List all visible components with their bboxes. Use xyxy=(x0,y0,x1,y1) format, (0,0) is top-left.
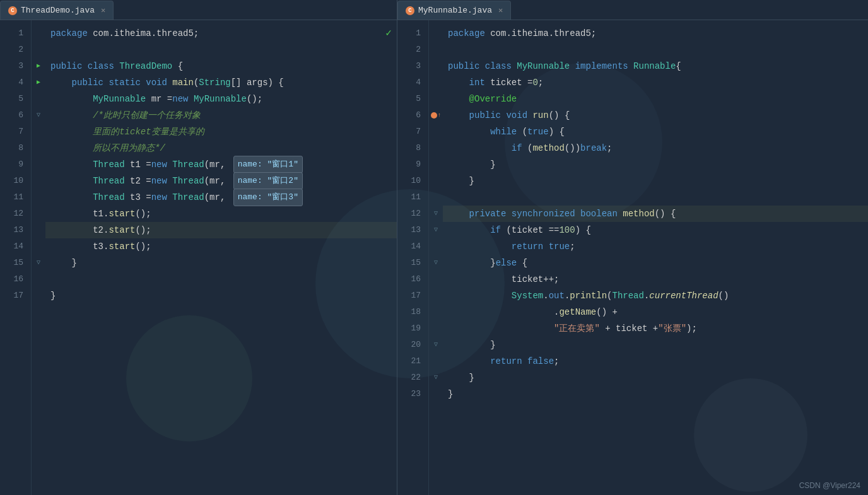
code-line: package com.itheima.thread5; xyxy=(443,25,868,42)
code-line: } xyxy=(45,288,397,304)
code-line: Thread t2 = new Thread(mr, name: "窗口2" xyxy=(45,173,397,189)
param-tooltip-2: name: "窗口2" xyxy=(233,172,303,190)
right-line-numbers: 12345 678910 1112131415 1617181920 21222… xyxy=(397,20,429,495)
code-line: System.out.println(Thread.currentThread(… xyxy=(443,288,868,304)
fold-icon-20[interactable]: ▽ xyxy=(429,337,443,353)
code-line: } xyxy=(443,337,868,353)
code-line xyxy=(443,42,868,58)
code-line: package com.itheima.thread5; ✓ xyxy=(45,25,397,42)
editor-container: C ThreadDemo.java ✕ 12345 678910 1112131… xyxy=(0,0,868,495)
tab-icon-left: C xyxy=(8,6,17,15)
tab-myrunnable[interactable]: C MyRunnable.java ✕ xyxy=(397,1,511,20)
code-line: public class ThreadDemo { xyxy=(45,58,397,74)
code-line: Thread t3 = new Thread(mr, name: "窗口3" xyxy=(45,189,397,206)
watermark: CSDN @Viper224 xyxy=(799,481,860,490)
left-gutter: ▶ ▶ ▽ ▽ xyxy=(32,20,45,495)
fold-icon-6[interactable]: ▽ xyxy=(32,107,45,124)
right-tab-bar: C MyRunnable.java ✕ xyxy=(397,0,868,20)
code-line: ticket++; xyxy=(443,271,868,288)
fold-icon-15[interactable]: ▽ xyxy=(32,255,45,271)
code-line: int ticket = 0; xyxy=(443,74,868,91)
param-tooltip-3: name: "窗口3" xyxy=(233,189,303,206)
code-line xyxy=(45,271,397,288)
code-line: @Override xyxy=(443,91,868,107)
left-tab-bar: C ThreadDemo.java ✕ xyxy=(0,0,397,20)
code-line: Thread t1 = new Thread(mr, name: "窗口1" xyxy=(45,156,397,173)
code-line: .getName() + xyxy=(443,304,868,320)
code-line: public class MyRunnable implements Runna… xyxy=(443,58,868,74)
left-code-lines: 12345 678910 1112131415 1617 ▶ ▶ ▽ xyxy=(0,20,397,495)
code-line: public void run() { xyxy=(443,107,868,124)
code-line: 所以不用为静态*/ xyxy=(45,140,397,156)
code-line: } else { xyxy=(443,255,868,271)
code-line-highlighted-12: private synchronized boolean method() { xyxy=(443,206,868,222)
fold-icon-13[interactable]: ▽ xyxy=(429,222,443,238)
code-line: public static void main(String[] args) { xyxy=(45,74,397,91)
code-line: while (true) { xyxy=(443,124,868,140)
tab-close-left[interactable]: ✕ xyxy=(101,6,105,15)
breakpoint-icon-6[interactable]: ↑ xyxy=(429,107,443,124)
syntax-check-icon: ✓ xyxy=(385,25,392,42)
code-line: MyRunnable mr = new MyRunnable(); xyxy=(45,91,397,107)
param-tooltip-1: name: "窗口1" xyxy=(233,156,303,173)
tab-close-right[interactable]: ✕ xyxy=(498,6,503,15)
code-line: } xyxy=(443,370,868,386)
right-code-lines: 12345 678910 1112131415 1617181920 21222… xyxy=(397,20,868,495)
code-line: } xyxy=(45,255,397,271)
tab-icon-right: C xyxy=(406,6,414,15)
tab-label-left: ThreadDemo.java xyxy=(21,6,95,15)
fold-icon-3[interactable]: ▶ xyxy=(32,58,45,74)
tab-threaddemo[interactable]: C ThreadDemo.java ✕ xyxy=(0,1,114,20)
right-panel: C MyRunnable.java ✕ 12345 678910 1112131… xyxy=(397,0,868,495)
code-line: if (method()) break; xyxy=(443,140,868,156)
code-line: return true; xyxy=(443,238,868,255)
right-gutter: ↑ ▽ ▽ ▽ xyxy=(429,20,443,495)
code-line: if (ticket == 100) { xyxy=(443,222,868,238)
code-line: 里面的ticket变量是共享的 xyxy=(45,124,397,140)
code-line-highlighted: t2.start(); xyxy=(45,222,397,238)
left-line-numbers: 12345 678910 1112131415 1617 xyxy=(0,20,32,495)
tab-label-right: MyRunnable.java xyxy=(418,6,492,15)
right-code-content: package com.itheima.thread5; public clas… xyxy=(443,20,868,495)
left-code-content: package com.itheima.thread5; ✓ public cl… xyxy=(45,20,397,495)
code-line: t1.start(); xyxy=(45,206,397,222)
code-line xyxy=(45,42,397,58)
left-code-area: 12345 678910 1112131415 1617 ▶ ▶ ▽ xyxy=(0,20,397,495)
code-line xyxy=(443,189,868,206)
fold-icon-22[interactable]: ▽ xyxy=(429,370,443,386)
code-line: "正在卖第" + ticket + "张票"); xyxy=(443,320,868,337)
code-line: /*此时只创建一个任务对象 xyxy=(45,107,397,124)
code-line: } xyxy=(443,173,868,189)
fold-icon-15r[interactable]: ▽ xyxy=(429,255,443,271)
right-code-area: 12345 678910 1112131415 1617181920 21222… xyxy=(397,20,868,495)
left-panel: C ThreadDemo.java ✕ 12345 678910 1112131… xyxy=(0,0,397,495)
code-line: t3.start(); xyxy=(45,238,397,255)
code-line: } xyxy=(443,386,868,402)
code-line: return false; xyxy=(443,353,868,370)
fold-icon-12[interactable]: ▽ xyxy=(429,206,443,222)
fold-icon-4[interactable]: ▶ xyxy=(32,74,45,91)
code-line: } xyxy=(443,156,868,173)
